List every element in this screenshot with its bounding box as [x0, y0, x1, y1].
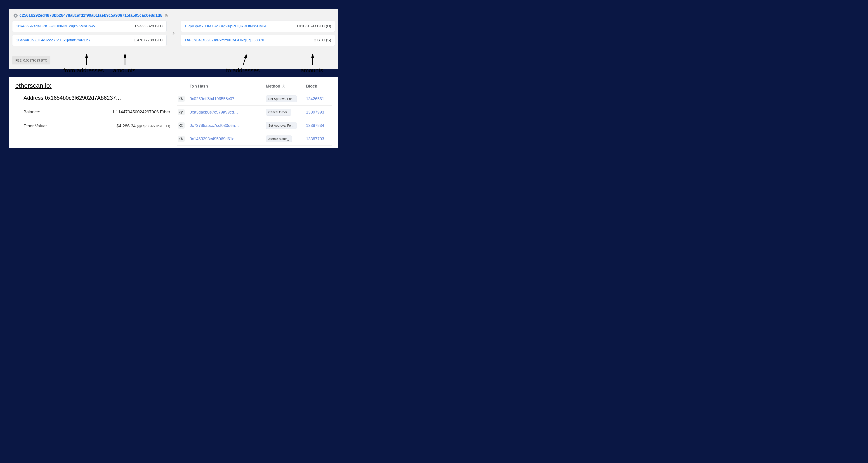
header-method-label: Method — [266, 84, 280, 89]
ether-value-amount: $4,286.34 — [117, 123, 136, 128]
tx-input-row: 1Bsh4KD9ZJT4dJcoo7S5uS1jvtmtVmREb7 1.478… — [12, 35, 166, 46]
ether-value-rate: (@ $3,846.05/ETH) — [137, 124, 170, 128]
tx-input-row: 16k4365RzdeCPKGwJDNNBEkXj696MbChwx 0.533… — [12, 21, 166, 32]
method-pill: Set Approval For... — [266, 122, 297, 129]
ether-value-label: Ether Value: — [24, 123, 47, 128]
block-link[interactable]: 13387703 — [306, 137, 331, 141]
table-row: 0x1463293c495069d61c… Atomic Match_ 1338… — [177, 132, 332, 146]
input-address-link[interactable]: 1Bsh4KD9ZJT4dJcoo7S5uS1jvtmtVmREb7 — [16, 38, 91, 42]
tx-hash-row: + c2561b292ed4878bb28478a8cafd1f99a01fae… — [12, 12, 335, 21]
annotation-from-addresses: from addresses — [63, 67, 104, 74]
tx-body: 16k4365RzdeCPKGwJDNNBEkXj696MbChwx 0.533… — [12, 21, 335, 46]
ether-value-value: $4,286.34 (@ $3,846.05/ETH) — [117, 123, 170, 128]
balance-value: 1.114479450024297906 Ether — [112, 110, 170, 114]
balance-label: Balance: — [24, 110, 40, 114]
output-amount: 0.01031593 BTC (U) — [296, 24, 331, 29]
svg-point-7 — [181, 98, 182, 99]
transaction-table: Txn Hash Method i Block 0x0269eff8b41965… — [177, 82, 332, 146]
table-row: 0x73785abcc7ccf030d6a… Set Approval For.… — [177, 119, 332, 132]
eye-icon[interactable] — [178, 122, 185, 129]
tx-output-row: 1JgVBpw5TDMTRoZXg9XpPDQRRHtNb5CsPA 0.010… — [181, 21, 335, 32]
annotation-amounts-left: amounts — [113, 67, 135, 74]
annotation-amounts-right: amounts — [301, 67, 323, 74]
eye-icon[interactable] — [178, 136, 185, 142]
header-block[interactable]: Block — [306, 84, 331, 89]
svg-point-8 — [181, 112, 182, 113]
method-pill: Cancel Order_ — [266, 109, 291, 116]
etherscan-panel: etherscan.io: Address 0x1654b0c3f62902d7… — [9, 77, 338, 148]
block-link[interactable]: 13426561 — [306, 96, 331, 101]
method-pill: Atomic Match_ — [266, 136, 292, 142]
eye-icon[interactable] — [178, 96, 185, 102]
svg-point-9 — [181, 125, 182, 126]
output-address-link[interactable]: 1JgVBpw5TDMTRoZXg9XpPDQRRHtNb5CsPA — [184, 24, 267, 29]
copy-icon[interactable] — [164, 14, 168, 18]
input-address-link[interactable]: 16k4365RzdeCPKGwJDNNBEkXj696MbChwx — [16, 24, 95, 29]
tx-hash-link[interactable]: c2561b292ed4878bb28478a8cafd1f99a01faeb9… — [20, 13, 162, 18]
info-icon[interactable]: i — [282, 85, 285, 88]
block-link[interactable]: 13387834 — [306, 123, 331, 128]
svg-point-10 — [181, 138, 182, 140]
chevron-right-icon — [168, 31, 179, 36]
output-amount: 2 BTC (S) — [314, 38, 331, 42]
header-txn-hash[interactable]: Txn Hash — [190, 84, 264, 89]
input-amount: 0.53333328 BTC — [133, 24, 163, 29]
txn-hash-link[interactable]: 0xa3dacb0e7c579a99cd… — [190, 110, 264, 115]
txn-table-header: Txn Hash Method i Block — [177, 82, 332, 92]
header-method[interactable]: Method i — [266, 84, 304, 89]
table-row: 0x0269eff8b4196558c07… Set Approval For.… — [177, 92, 332, 106]
table-row: 0xa3dacb0e7c579a99cd… Cancel Order_ 1339… — [177, 106, 332, 119]
tx-output-row: 1AFLhD4EtG2uZmFxmfdXCyGUNqCqD5887u 2 BTC… — [181, 35, 335, 46]
etherscan-left: etherscan.io: Address 0x1654b0c3f62902d7… — [16, 82, 170, 146]
output-address-link[interactable]: 1AFLhD4EtG2uZmFxmfdXCyGUNqCqD5887u — [184, 38, 264, 42]
method-pill: Set Approval For... — [266, 95, 297, 102]
tx-inputs-column: 16k4365RzdeCPKGwJDNNBEkXj696MbChwx 0.533… — [12, 21, 166, 46]
txn-hash-link[interactable]: 0x1463293c495069d61c… — [190, 137, 264, 141]
etherscan-title: etherscan.io: — [16, 82, 170, 89]
txn-hash-link[interactable]: 0x0269eff8b4196558c07… — [190, 96, 264, 101]
eye-icon[interactable] — [178, 109, 185, 115]
annotation-to-addresses: to addresses — [226, 67, 260, 74]
expand-icon[interactable]: + — [13, 13, 18, 18]
btc-transaction-panel: + c2561b292ed4878bb28478a8cafd1f99a01fae… — [9, 9, 338, 69]
ether-value-row: Ether Value: $4,286.34 (@ $3,846.05/ETH) — [24, 119, 170, 133]
fee-row: FEE: 0.00179523 BTC — [12, 56, 335, 64]
balance-row: Balance: 1.114479450024297906 Ether — [24, 105, 170, 119]
fee-badge: FEE: 0.00179523 BTC — [12, 56, 51, 64]
block-link[interactable]: 13397993 — [306, 110, 331, 115]
tx-outputs-column: 1JgVBpw5TDMTRoZXg9XpPDQRRHtNb5CsPA 0.010… — [181, 21, 335, 46]
input-amount: 1.47877788 BTC — [133, 38, 163, 42]
eth-address-heading: Address 0x1654b0c3f62902d7A86237… — [16, 95, 170, 105]
txn-hash-link[interactable]: 0x73785abcc7ccf030d6a… — [190, 123, 264, 128]
